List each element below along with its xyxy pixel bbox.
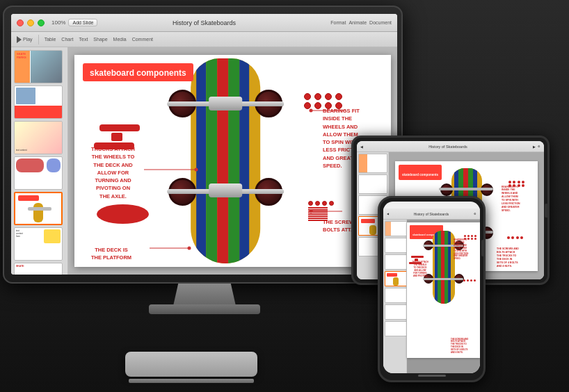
format-button[interactable]: Format <box>330 20 346 25</box>
monitor-bezel: 100% Add Slide History of Skateboards Fo… <box>3 6 403 284</box>
content-area: SKATEPARKS text content <box>11 47 397 275</box>
deck-annotation: THE DECK IS THE PLATFORM <box>80 246 143 262</box>
phone-trucks-text: TRUCKS ATTACHTHE WHEELSTO THE DECKAND AL… <box>408 261 432 277</box>
chart-btn[interactable]: Chart <box>61 37 73 42</box>
phone-sidebar <box>383 220 407 373</box>
monitor-stand <box>173 284 236 306</box>
svg-point-3 <box>310 109 313 113</box>
phone-bearings-text: BEARINGS FITINSIDE THEWHEELS ANDALLOW TH… <box>454 239 479 261</box>
text-btn[interactable]: Text <box>79 37 88 42</box>
main-slide-area: skateboard components <box>68 47 397 275</box>
slide-panel: SKATEPARKS text content <box>11 47 68 275</box>
phone-thumb-1[interactable] <box>385 221 407 236</box>
phone-screen: ◀ History of Skateboards ⚙ <box>383 202 480 373</box>
monitor: 100% Add Slide History of Skateboards Fo… <box>3 6 406 318</box>
comment-btn[interactable]: Comment <box>132 37 153 42</box>
tablet-titlebar: ◀ History of Skateboards ▶ ⚙ <box>357 141 544 152</box>
tablet-bearings-text: BEARINGS FITINSIDE THEWHEELS ANDALLOW TH… <box>502 186 535 213</box>
tablet-screws-text: THE SCREWS ANDBOLTS ATTACHTHE TRUCKS TOT… <box>497 247 535 268</box>
deck-oval <box>97 204 149 224</box>
slide-thumb-5[interactable] <box>14 192 63 225</box>
mac-mini-base <box>129 379 254 383</box>
tablet-slide-title: skateboard components <box>402 173 438 177</box>
skateboard-deck <box>188 58 263 267</box>
phone-thumb-3[interactable] <box>385 254 407 270</box>
keynote-window: 100% Add Slide History of Skateboards Fo… <box>11 14 397 275</box>
play-button[interactable]: Play <box>17 36 33 43</box>
slide-thumb-3[interactable]: text content <box>14 121 63 154</box>
tablet-thumb-1[interactable] <box>358 154 387 173</box>
title-bar: 100% Add Slide History of Skateboards Fo… <box>11 14 397 32</box>
toolbar-secondary: Play Table Chart Text Shape Media Commen… <box>11 32 397 47</box>
mac-mini-body <box>125 352 257 377</box>
slide-thumb-6[interactable]: textcontenthere <box>14 227 63 261</box>
zoom-display: 100% <box>51 19 65 26</box>
tablet-home-button[interactable] <box>545 204 548 218</box>
tablet-thumb-2[interactable] <box>358 174 387 194</box>
slide-thumb-4[interactable] <box>14 156 63 190</box>
phone-thumb-2[interactable] <box>385 238 407 253</box>
phone-home-bar[interactable] <box>418 375 446 377</box>
monitor-screen: 100% Add Slide History of Skateboards Fo… <box>11 14 397 275</box>
document-button[interactable]: Document <box>369 20 392 25</box>
phone-thumb-7[interactable] <box>385 321 407 336</box>
phone-thumb-4[interactable] <box>385 271 407 286</box>
animate-button[interactable]: Animate <box>348 20 367 25</box>
slide-title-text: skateboard components <box>90 68 186 78</box>
media-btn[interactable]: Media <box>113 37 127 42</box>
monitor-foot <box>149 304 260 314</box>
phone-thumb-5[interactable] <box>385 288 407 303</box>
trucks-annotation: TRUCKS ATTACH THE WHEELS TO THE DECK AND… <box>80 145 146 200</box>
shape-btn[interactable]: Shape <box>93 37 107 42</box>
window-title: History of Skateboards <box>173 19 236 26</box>
phone-side-button[interactable] <box>481 240 484 256</box>
phone[interactable]: ◀ History of Skateboards ⚙ <box>378 196 486 382</box>
truck-bottom-body <box>209 183 242 197</box>
maximize-button[interactable] <box>38 19 45 26</box>
slide-title-box: skateboard components <box>83 63 193 81</box>
close-button[interactable] <box>17 19 24 26</box>
slide-thumb-7[interactable]: SKATE <box>14 263 63 275</box>
mac-mini <box>125 352 257 379</box>
add-slide-button[interactable]: Add Slide <box>68 19 97 26</box>
minimize-button[interactable] <box>27 19 34 26</box>
slide-thumb-1[interactable]: SKATEPARKS <box>14 50 63 83</box>
phone-slide: skateboard components <box>407 222 480 358</box>
phone-titlebar: ◀ History of Skateboards ⚙ <box>383 209 480 220</box>
phone-main-area: skateboard components <box>407 220 480 373</box>
slide-thumb-2[interactable] <box>14 85 63 119</box>
slide-canvas: skateboard components <box>74 55 391 267</box>
truck-top-body <box>209 97 242 111</box>
phone-screws-text: THE SCREWS ANDBOLTS ATTACHTHE TRUCKS TOT… <box>451 338 479 354</box>
table-btn[interactable]: Table <box>45 37 56 42</box>
phone-thumb-6[interactable] <box>385 304 407 320</box>
